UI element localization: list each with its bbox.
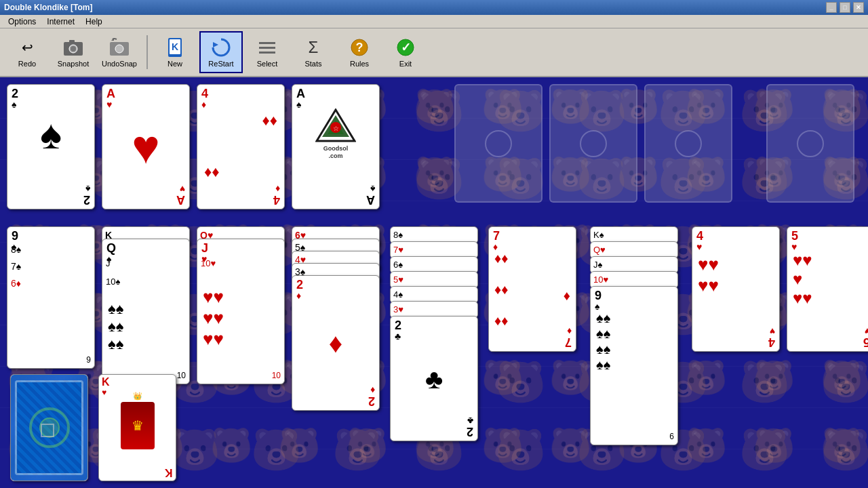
svg-rect-12 bbox=[259, 52, 275, 54]
titlebar-controls: _ □ ✕ bbox=[826, 2, 864, 13]
card-rank: 4 bbox=[201, 87, 208, 100]
card-suit: ♠ bbox=[595, 302, 599, 311]
select-label: Select bbox=[257, 60, 278, 68]
waste-king-hearts[interactable]: K ♥ 👑 ♛ K bbox=[98, 374, 176, 481]
select-icon bbox=[256, 37, 278, 58]
card-rank: 4 bbox=[696, 230, 703, 242]
tableau-5-main[interactable]: 2 ♣ ♣ 2 ♣ bbox=[390, 316, 478, 441]
card-suit-bot: ♦ bbox=[567, 327, 572, 336]
rules-button[interactable]: ? Rules bbox=[338, 31, 381, 73]
card-rank-bot: 4 bbox=[768, 336, 775, 348]
foundation-8-empty[interactable] bbox=[766, 84, 854, 203]
menu-help[interactable]: Help bbox=[80, 16, 108, 28]
card-rank: A bbox=[106, 87, 115, 100]
tableau-7-stack: K♠ Q♥ J♠ 10♥ 9 ♠ ♠♠♠♠♠♠♠♠ 6 bbox=[590, 226, 678, 244]
tableau-9[interactable]: 5 ♥ ♥♥♥♥♥ 5 ♥ bbox=[787, 226, 868, 352]
card-suit: ♣ bbox=[395, 331, 401, 341]
restart-icon bbox=[210, 37, 232, 58]
redo-label: Redo bbox=[18, 60, 36, 68]
snapshot-button[interactable]: Snapshot bbox=[52, 31, 95, 73]
empty-slot-circle bbox=[485, 130, 512, 157]
new-icon: K bbox=[164, 37, 186, 58]
card-rank: J bbox=[201, 242, 208, 254]
card-suit: ♦ bbox=[493, 242, 498, 251]
empty-slot-circle bbox=[675, 130, 702, 157]
svg-rect-10 bbox=[259, 42, 275, 44]
card-rank-bot: 2 bbox=[83, 194, 90, 206]
card-rank: A bbox=[296, 87, 305, 100]
card-rank: 9 bbox=[12, 230, 18, 242]
tableau-6[interactable]: 7 ♦ ♦♦♦♦♦♦ ♦ 7 ♦ bbox=[488, 226, 576, 352]
svg-text:✓: ✓ bbox=[401, 41, 411, 54]
card-rank-bot: 2 bbox=[368, 395, 375, 407]
card-suit: ♥ bbox=[696, 242, 702, 251]
card-rank: 2 bbox=[395, 319, 401, 331]
svg-point-2 bbox=[71, 46, 76, 52]
foundation-6-empty[interactable] bbox=[549, 84, 637, 203]
svg-rect-11 bbox=[259, 47, 275, 49]
tableau-1[interactable]: 9 ♠ 8♠ 7♠ 6♦ 9 bbox=[7, 226, 95, 369]
card-rank-bot: A bbox=[176, 194, 185, 206]
tableau-7-main[interactable]: 9 ♠ ♠♠♠♠♠♠♠♠ 6 bbox=[590, 286, 678, 445]
titlebar: Double Klondike [Tom] _ □ ✕ bbox=[0, 0, 868, 15]
menu-options[interactable]: Options bbox=[3, 16, 41, 28]
new-button[interactable]: K New bbox=[153, 31, 197, 73]
exit-icon: ✓ bbox=[395, 37, 416, 58]
stock-card-back bbox=[11, 375, 87, 481]
game-area[interactable]: 🐻 2 ♠ ♠ 2 ♠ A ♥ ♥ A ♥ 4 ♦ ♦♦ bbox=[0, 77, 868, 488]
snapshot-icon bbox=[62, 37, 84, 58]
card-suit: ♥ bbox=[106, 100, 112, 109]
foundation-5-empty[interactable] bbox=[454, 84, 542, 203]
card-suit-bot: ♦ bbox=[275, 184, 280, 194]
card-suit: ♠ bbox=[12, 100, 16, 109]
restart-button[interactable]: ReStart bbox=[199, 31, 243, 73]
card-rank: 9 bbox=[595, 289, 601, 302]
card-suit-bot: ♠ bbox=[85, 184, 90, 194]
card-center-suit: ♥ bbox=[132, 120, 160, 174]
tableau-4-main[interactable]: 2 ♦ ♦ 2 ♦ bbox=[292, 275, 380, 411]
card-rank-bot: 4 bbox=[273, 194, 280, 206]
stock-card-back-inner bbox=[15, 380, 84, 475]
card-rank: 2 bbox=[296, 279, 303, 291]
tableau-5-stack: 8♠ 7♥ 6♠ 5♥ 4♠ 3♥ 2 ♣ ♣ 2 ♣ bbox=[390, 226, 478, 244]
maximize-button[interactable]: □ bbox=[840, 2, 850, 13]
card-suit-bot: ♥ bbox=[770, 327, 775, 336]
foundation-1[interactable]: 2 ♠ ♠ 2 ♠ bbox=[7, 84, 95, 209]
redo-button[interactable]: ↩ Redo bbox=[5, 31, 49, 73]
undosnap-label: UndoSnap bbox=[102, 60, 137, 68]
foundation-2[interactable]: A ♥ ♥ A ♥ bbox=[102, 84, 190, 209]
stock-pile[interactable] bbox=[10, 374, 88, 481]
toolbar: ↩ Redo Snapshot UndoSnap bbox=[0, 28, 868, 77]
card-suit-bot: ♣ bbox=[467, 416, 473, 426]
select-button[interactable]: Select bbox=[245, 31, 289, 73]
tableau-8[interactable]: 4 ♥ ♥♥♥♥ 4 ♥ bbox=[692, 226, 780, 352]
foundation-3[interactable]: 4 ♦ ♦♦ ♦♦ 4 ♦ bbox=[197, 84, 285, 209]
svg-rect-3 bbox=[69, 40, 75, 43]
card-rank: 2 bbox=[12, 87, 18, 100]
card-suit: ♦ bbox=[296, 291, 301, 300]
close-button[interactable]: ✕ bbox=[853, 2, 864, 13]
svg-text:K: K bbox=[172, 41, 178, 52]
foundation-7-empty[interactable] bbox=[644, 84, 732, 203]
new-label: New bbox=[167, 60, 182, 68]
card-rank-bot: A bbox=[366, 194, 375, 206]
menu-internet[interactable]: Internet bbox=[41, 16, 80, 28]
exit-button[interactable]: ✓ Exit bbox=[384, 31, 427, 73]
foundation-4[interactable]: A ♠ ☆ Goodsol.com A ♠ bbox=[292, 84, 380, 209]
card-rank-bot: 5 bbox=[863, 336, 868, 348]
card-center-suit: ♠ bbox=[40, 111, 62, 158]
snapshot-label: Snapshot bbox=[58, 60, 89, 68]
window-title: Double Klondike [Tom] bbox=[4, 3, 92, 12]
empty-slot-circle bbox=[580, 130, 607, 157]
undosnap-button[interactable]: UndoSnap bbox=[98, 31, 141, 73]
card-suit-bot: ♥ bbox=[180, 184, 185, 194]
stats-icon: Σ bbox=[302, 37, 324, 58]
menubar: Options Internet Help bbox=[0, 15, 868, 28]
tableau-2-main[interactable]: Q ♠ J 10♠ ♠♠♠♠♠♠ 10 bbox=[102, 239, 190, 384]
stats-button[interactable]: Σ Stats bbox=[292, 31, 335, 73]
minimize-button[interactable]: _ bbox=[826, 2, 837, 13]
tableau-3-main[interactable]: J ♥ 10♥ ♥♥♥♥♥♥ 10 bbox=[197, 239, 285, 384]
card-suit: ♠ bbox=[296, 100, 301, 109]
rules-label: Rules bbox=[350, 60, 369, 68]
card-rank: 7 bbox=[493, 230, 500, 242]
